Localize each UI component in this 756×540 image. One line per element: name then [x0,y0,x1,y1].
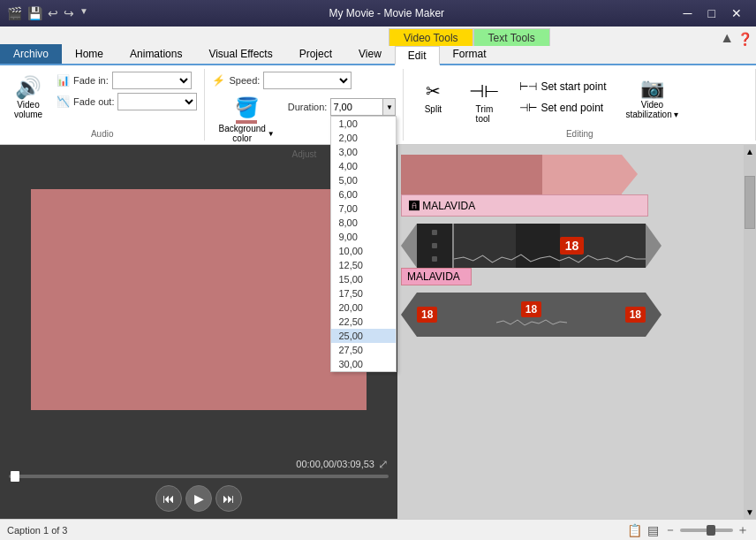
tab-archivo[interactable]: Archivo [0,44,62,64]
trim-button[interactable]: ⊣⊢ [462,78,506,104]
display-mode-icon[interactable]: 📋 [627,523,642,537]
tab-home[interactable]: Home [62,44,117,64]
redo-icon[interactable]: ↪ [62,6,76,20]
zoom-track[interactable] [680,529,733,532]
badge-18-center: 18 [521,301,541,317]
clip-video-3[interactable]: 18 18 18 [401,293,662,337]
clip-video-1[interactable] [401,155,657,194]
duration-option-6[interactable]: 6,00 [331,187,396,202]
bg-color-dropdown-icon[interactable]: ▼ [268,130,275,138]
quick-access-arrow[interactable]: ▼ [78,6,90,20]
duration-option-15[interactable]: 15,00 [331,272,396,286]
tab-format[interactable]: Format [440,44,500,64]
video-volume-button[interactable]: 🔊 Videovolume [7,71,49,124]
track-item-1 [401,152,742,196]
scrollbar-track [744,229,756,506]
waveform-3 [496,317,567,328]
zoom-out-button[interactable]: － [664,522,677,538]
adjust-section-label: Adjust [292,146,317,159]
duration-option-17[interactable]: 17,50 [331,286,396,300]
clip-arrow-end [622,155,638,194]
maximize-button[interactable]: □ [701,4,722,22]
undo-icon[interactable]: ↩ [46,6,60,20]
tab-view[interactable]: View [345,44,395,64]
text-tools-tab[interactable]: Text Tools [473,28,550,46]
zoom-in-button[interactable]: ＋ [737,522,749,538]
duration-option-20[interactable]: 20,00 [331,300,396,315]
minimize-button[interactable]: ─ [677,4,699,22]
set-end-icon: ⊣⊢ [519,102,537,114]
film-hole-2 [432,243,437,248]
fade-out-select[interactable] [117,93,197,110]
audio-section: 🔊 Videovolume 📊 Fade in: 📉 Fade out: Aud… [0,69,205,141]
duration-option-10[interactable]: 10,00 [331,244,396,258]
split-label: Split [425,104,442,114]
malavida-text-track: 🅰 MALAVIDA [401,194,742,217]
help-button[interactable]: ❓ [737,32,752,46]
status-right: 📋 ▤ － ＋ [627,522,749,538]
duration-option-4[interactable]: 4,00 [331,159,396,173]
duration-option-7[interactable]: 7,00 [331,202,396,216]
background-color-button[interactable]: 🪣 Backgroundcolor ▼ [212,94,280,146]
duration-option-8[interactable]: 8,00 [331,216,396,230]
track-row-3: 18 18 18 [401,293,742,337]
save-icon[interactable]: 💾 [26,6,44,20]
close-button[interactable]: ✕ [724,4,749,22]
scrollbar-down-arrow[interactable]: ▼ [744,506,756,519]
video-tools-tab[interactable]: Video Tools [389,28,473,46]
clip-video-2[interactable]: 18 [401,224,662,268]
paint-bucket-icon: 🪣 [235,96,259,119]
fade-in-select[interactable] [112,72,192,89]
clip-part-light [542,155,622,194]
text-track[interactable]: 🅰 MALAVIDA [401,194,648,217]
tab-animations[interactable]: Animations [117,44,195,64]
time-display-row: 00:00,00/03:09,53 ⤢ [9,457,389,471]
clip-part-dark [401,155,542,194]
scrollbar-up-arrow[interactable]: ▲ [744,145,756,158]
fade-in-icon: 📊 [57,74,70,87]
duration-dropdown[interactable]: 1,00 2,00 3,00 4,00 5,00 6,00 7,00 8,00 … [330,116,397,372]
clip-arrow-end-2 [646,224,662,268]
set-end-button[interactable]: ⊣⊢ Set end point [513,99,612,117]
duration-label: Duration: [288,102,328,112]
audio-section-label: Audio [91,125,114,139]
split-button[interactable]: ✂ [411,78,455,104]
set-start-button[interactable]: ⊢⊣ Set start point [513,78,612,95]
speed-icon: ⚡ [212,74,225,87]
next-frame-button[interactable]: ⏭ [215,485,242,512]
prev-frame-button[interactable]: ⏮ [155,485,182,512]
ribbon-tab-bar: Archivo Home Animations Visual Effects P… [0,46,756,65]
quick-access-toolbar: 💾 ↩ ↪ ▼ [26,6,90,20]
progress-track[interactable] [9,475,389,478]
duration-option-12[interactable]: 12,50 [331,258,396,272]
duration-option-1[interactable]: 1,00 [331,117,396,131]
window-title: My Movie - Movie Maker [97,7,677,19]
speed-label: Speed: [229,75,260,86]
tab-visual-effects[interactable]: Visual Effects [195,44,285,64]
video-stabilization-button[interactable]: 📷 Videostabilization ▾ [619,74,684,122]
duration-option-2[interactable]: 2,00 [331,131,396,145]
collapse-ribbon-button[interactable]: ▲ [720,30,734,46]
tab-project[interactable]: Project [286,44,345,64]
duration-option-27[interactable]: 27,50 [331,343,396,357]
duration-option-9[interactable]: 9,00 [331,230,396,244]
duration-option-30[interactable]: 30,00 [331,357,396,371]
timeline-scrollbar[interactable]: ▲ ▼ [744,145,756,519]
duration-input[interactable] [330,98,383,116]
split-icon: ✂ [426,80,441,102]
play-button[interactable]: ▶ [185,485,212,512]
tab-edit[interactable]: Edit [395,46,440,65]
title-bar: 🎬 💾 ↩ ↪ ▼ My Movie - Movie Maker ─ □ ✕ [0,0,756,27]
malavida-label[interactable]: MALAVIDA [401,268,472,285]
progress-thumb[interactable] [11,471,19,482]
speed-select[interactable] [263,72,352,89]
timeline-view-icon[interactable]: ▤ [647,523,659,537]
duration-option-5[interactable]: 5,00 [331,173,396,187]
duration-dropdown-arrow[interactable]: ▼ [383,98,396,116]
duration-option-25[interactable]: 25,00 [331,329,396,343]
duration-option-3[interactable]: 3,00 [331,145,396,159]
duration-option-22[interactable]: 22,50 [331,315,396,329]
expand-icon[interactable]: ⤢ [378,457,389,471]
scrollbar-thumb[interactable] [745,176,755,229]
editing-section-label: Editing [566,125,593,139]
